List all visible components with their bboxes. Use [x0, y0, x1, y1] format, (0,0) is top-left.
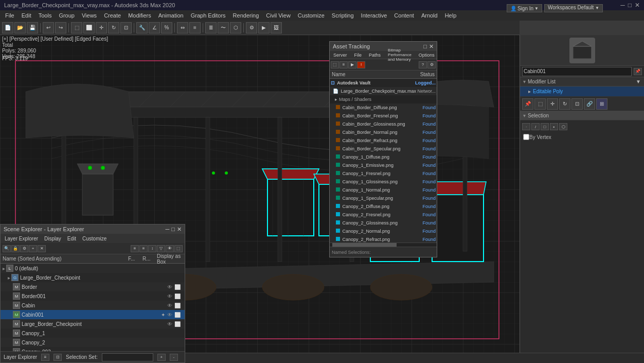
se-lock-btn[interactable]: 🔒 — [11, 245, 20, 252]
se-collapse-btn[interactable]: ≡ — [139, 245, 148, 252]
rp-select-btn[interactable]: ⬚ — [534, 98, 546, 110]
rp-rotate-btn[interactable]: ↻ — [559, 98, 570, 110]
rp-pin-btn[interactable]: 📌 — [634, 68, 642, 75]
element-select-btn[interactable]: ⬡ — [559, 123, 567, 130]
menu-views[interactable]: Views — [79, 11, 100, 20]
ap-list-item[interactable]: Canopy_2_Diffuse.png Found — [330, 202, 437, 211]
se-close-btn[interactable]: ✕ — [177, 226, 182, 233]
ap-btn2[interactable]: ≡ — [339, 61, 348, 68]
rotate-btn[interactable]: ↻ — [108, 22, 119, 33]
menu-create[interactable]: Create — [101, 11, 124, 20]
se-menu-display[interactable]: Display — [42, 235, 63, 242]
undo-btn[interactable]: ↩ — [43, 22, 54, 33]
vertex-select-btn[interactable]: · — [522, 123, 530, 130]
se-filter-btn[interactable]: ▽ — [157, 245, 165, 252]
ap-list-item[interactable]: ▸ Maps / Shaders — [330, 95, 437, 103]
align-btn[interactable]: ≡ — [189, 22, 201, 33]
se-display-btn[interactable]: ⬚ — [174, 245, 183, 252]
se-expand-btn[interactable]: ≡ — [131, 245, 139, 252]
se-footer-btn2[interactable]: ⊡ — [53, 354, 62, 361]
se-delete-btn[interactable]: ✕ — [38, 245, 46, 252]
menu-modifiers[interactable]: Modifiers — [125, 11, 154, 20]
maximize-btn[interactable]: □ — [628, 2, 632, 9]
window-controls[interactable]: ─ □ ✕ — [620, 2, 640, 9]
ap-list-item[interactable]: Cabin_Border_Refract.png Found — [330, 136, 437, 145]
ap-list-item[interactable]: Canopy_1_Emissive.png Found — [330, 161, 437, 169]
menu-arnold[interactable]: Arnold — [418, 11, 441, 20]
list-item[interactable]: M Border 👁 ⬜ — [1, 282, 185, 291]
layer-mgr-btn[interactable]: ≣ — [205, 22, 217, 33]
menu-graph-editors[interactable]: Graph Editors — [188, 11, 229, 20]
list-item[interactable]: M Cabin 👁 ⬜ — [1, 301, 185, 310]
se-selection-set-btn1[interactable]: + — [157, 354, 166, 361]
se-menu-customize[interactable]: Customize — [80, 235, 109, 242]
menu-animation[interactable]: Animation — [155, 11, 187, 20]
ap-settings-btn[interactable]: ⚙ — [427, 61, 436, 68]
ap-list-item[interactable]: Canopy_1_Glossiness.png Found — [330, 178, 437, 186]
list-item[interactable]: ▸ G Large_Border_Checkpoint — [1, 273, 185, 282]
menu-file[interactable]: File — [2, 11, 17, 20]
menu-interactive[interactable]: Interactive — [358, 11, 390, 20]
asset-tracking-controls[interactable]: □ ✕ — [423, 43, 434, 50]
se-menu-edit[interactable]: Edit — [65, 235, 78, 242]
poly-select-btn[interactable]: ▪ — [550, 123, 558, 130]
menu-group[interactable]: Group — [56, 11, 78, 20]
mirror-btn[interactable]: ⇔ — [177, 22, 188, 33]
by-vertex-checkbox[interactable] — [523, 134, 529, 140]
workspaces-button[interactable]: Workspaces Default ▼ — [544, 4, 603, 12]
menu-customize[interactable]: Customize — [295, 11, 328, 20]
list-item[interactable]: M Cabin001 ✦ 👁 ⬜ — [1, 310, 185, 319]
menu-edit[interactable]: Edit — [19, 11, 34, 20]
se-selection-set-input[interactable] — [102, 353, 153, 361]
rp-move-btn[interactable]: ✛ — [547, 98, 558, 110]
selection-rollout[interactable]: ▾ Selection — [520, 111, 644, 120]
rp-highlight-btn[interactable]: ⊞ — [596, 98, 607, 110]
render-frame-btn[interactable]: 🖼 — [271, 22, 282, 33]
ap-list-item[interactable]: Canopy_2_Glossiness.png Found — [330, 219, 437, 227]
se-restore-btn[interactable]: □ — [171, 226, 175, 233]
ap-list-item[interactable]: Canopy_1_Diffuse.png Found — [330, 153, 437, 161]
border-select-btn[interactable]: □ — [541, 123, 549, 130]
select-region-btn[interactable]: ⬜ — [83, 22, 95, 33]
rp-scale-btn[interactable]: ⊡ — [571, 98, 583, 110]
menu-help[interactable]: Help — [442, 11, 460, 20]
close-btn[interactable]: ✕ — [635, 2, 640, 9]
ap-list-item[interactable]: ⊡ Autodesk Vault Logged... — [330, 79, 437, 87]
ap-minimize-btn[interactable]: □ — [423, 43, 427, 50]
asset-tracking-scrollbar[interactable] — [330, 243, 437, 247]
redo-btn[interactable]: ↪ — [55, 22, 66, 33]
rp-link-btn[interactable]: 🔗 — [584, 98, 595, 110]
menu-scripting[interactable]: Scripting — [329, 11, 357, 20]
ap-close-btn[interactable]: ✕ — [429, 43, 434, 50]
menu-tools[interactable]: Tools — [35, 11, 55, 20]
ap-list-item[interactable]: Canopy_1_Specular.png Found — [330, 194, 437, 202]
schematic-btn[interactable]: ⬡ — [230, 22, 241, 33]
open-btn[interactable]: 📂 — [14, 22, 26, 33]
rp-pin-btn2[interactable]: 📌 — [522, 98, 533, 110]
new-btn[interactable]: 📄 — [2, 22, 13, 33]
select-obj-btn[interactable]: ⬚ — [71, 22, 82, 33]
se-sort-btn[interactable]: ↕ — [148, 245, 156, 252]
menu-content[interactable]: Content — [391, 11, 417, 20]
ap-menu-server[interactable]: Server — [332, 52, 349, 58]
ap-menu-file[interactable]: File — [353, 52, 364, 58]
render-setup-btn[interactable]: ⚙ — [246, 22, 257, 33]
se-footer-btn1[interactable]: ≡ — [41, 354, 49, 361]
ap-list-item[interactable]: Canopy_1_Fresnel.png Found — [330, 169, 437, 178]
menu-civil-view[interactable]: Civil View — [263, 11, 293, 20]
ap-list-item[interactable]: Cabin_Border_Normal.png Found — [330, 128, 437, 136]
ap-menu-paths[interactable]: Paths — [367, 52, 382, 58]
pct-snap-btn[interactable]: % — [161, 22, 172, 33]
edge-select-btn[interactable]: / — [531, 123, 540, 130]
menu-rendering[interactable]: Rendering — [230, 11, 262, 20]
se-menu-select[interactable]: Layer Explorer — [3, 235, 40, 242]
ap-help-btn[interactable]: ? — [419, 61, 427, 68]
ap-list-item[interactable]: Canopy_1_Normal.png Found — [330, 186, 437, 194]
list-item[interactable]: M Canopy_2 — [1, 338, 185, 347]
move-btn[interactable]: ✛ — [96, 22, 107, 33]
curve-editor-btn[interactable]: 〜 — [218, 22, 229, 33]
snap-toggle-btn[interactable]: 🔧 — [136, 22, 148, 33]
modifier-dropdown-btn[interactable]: ▼ — [636, 79, 641, 84]
render-btn[interactable]: ▶ — [258, 22, 270, 33]
editable-poly-modifier[interactable]: ▸ Editable Poly — [520, 87, 644, 97]
